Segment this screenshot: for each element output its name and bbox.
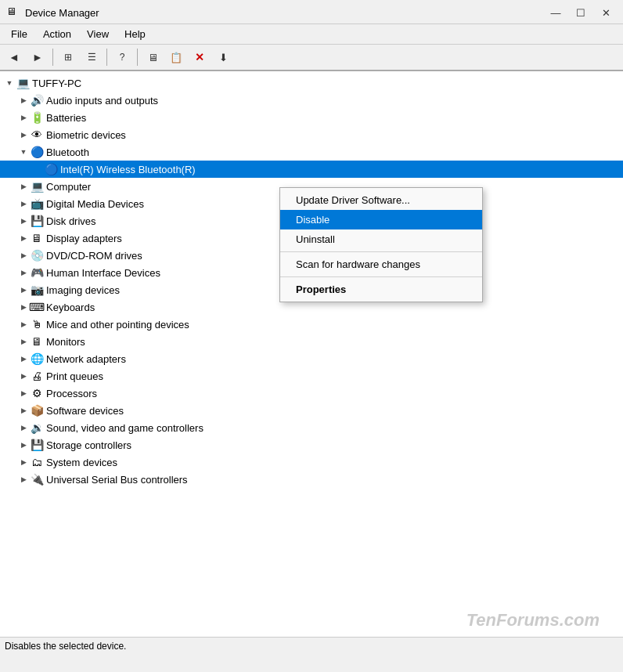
title-bar-controls: — ☐ ✕ bbox=[545, 5, 617, 20]
icon-audio: 🔊 bbox=[30, 93, 44, 107]
label-hid: Human Interface Devices bbox=[46, 267, 160, 279]
icon-system: 🗂 bbox=[30, 455, 44, 469]
label-computer: Computer bbox=[46, 181, 91, 193]
icon-dvd: 💿 bbox=[30, 248, 44, 262]
icon-mice: 🖱 bbox=[30, 317, 44, 331]
device-tree[interactable]: 💻 TUFFY-PC 🔊Audio inputs and outputs🔋Bat… bbox=[0, 71, 623, 654]
list-button[interactable]: ☰ bbox=[81, 47, 103, 67]
label-keyboards: Keyboards bbox=[46, 302, 95, 313]
arrow-mice bbox=[17, 318, 30, 331]
icon-batteries: 🔋 bbox=[30, 110, 44, 125]
tree-item-print[interactable]: 🖨Print queues bbox=[0, 367, 623, 385]
ctx-separator-sep1 bbox=[280, 251, 482, 252]
ctx-item-update[interactable]: Update Driver Software... bbox=[280, 190, 482, 210]
maximize-button[interactable]: ☐ bbox=[570, 5, 592, 20]
label-system: System devices bbox=[46, 457, 117, 468]
label-storage: Storage controllers bbox=[46, 439, 131, 451]
arrow-biometric bbox=[17, 128, 30, 141]
arrow-audio bbox=[17, 94, 30, 107]
menu-bar: File Action View Help bbox=[0, 24, 623, 45]
update-button[interactable]: ⬇ bbox=[212, 47, 234, 67]
label-disk-drives: Disk drives bbox=[46, 215, 96, 227]
icon-software: 📦 bbox=[30, 403, 44, 417]
arrow-network bbox=[17, 352, 30, 365]
label-sound: Sound, video and game controllers bbox=[46, 422, 203, 434]
label-batteries: Batteries bbox=[46, 112, 86, 124]
tree-item-audio[interactable]: 🔊Audio inputs and outputs bbox=[0, 92, 623, 109]
ctx-item-uninstall[interactable]: Uninstall bbox=[280, 229, 482, 249]
tree-item-sound[interactable]: 🔉Sound, video and game controllers bbox=[0, 419, 623, 436]
back-button[interactable]: ◄ bbox=[3, 47, 25, 67]
close-button[interactable]: ✕ bbox=[595, 5, 617, 20]
tree-item-usb[interactable]: 🔌Universal Serial Bus controllers bbox=[0, 471, 623, 488]
arrow-dvd bbox=[17, 249, 30, 262]
tree-item-software[interactable]: 📦Software devices bbox=[0, 402, 623, 419]
arrow-keyboards bbox=[17, 301, 30, 313]
arrow-print bbox=[17, 370, 30, 382]
title-bar-left: 🖥 Device Manager bbox=[6, 5, 99, 20]
label-print: Print queues bbox=[46, 370, 103, 382]
icon-digital-media: 📺 bbox=[30, 197, 44, 211]
label-intel-bluetooth: Intel(R) Wireless Bluetooth(R) bbox=[60, 164, 196, 175]
icon-processors: ⚙ bbox=[30, 386, 44, 400]
label-audio: Audio inputs and outputs bbox=[46, 95, 158, 107]
label-biometric: Biometric devices bbox=[46, 129, 126, 141]
icon-keyboards: ⌨ bbox=[30, 300, 44, 314]
tree-item-storage[interactable]: 💾Storage controllers bbox=[0, 436, 623, 453]
toolbar-separator-1 bbox=[52, 49, 53, 66]
window-title: Device Manager bbox=[25, 7, 99, 19]
menu-view[interactable]: View bbox=[79, 26, 117, 42]
arrow-digital-media bbox=[17, 197, 30, 210]
properties-button[interactable]: 🖥 bbox=[142, 47, 164, 67]
tree-root[interactable]: 💻 TUFFY-PC bbox=[0, 74, 623, 92]
icon-usb: 🔌 bbox=[30, 472, 44, 486]
forward-button[interactable]: ► bbox=[27, 47, 49, 67]
icon-disk-drives: 💾 bbox=[30, 214, 44, 228]
arrow-storage bbox=[17, 439, 30, 451]
arrow-computer bbox=[17, 180, 30, 193]
icon-display: 🖥 bbox=[30, 231, 44, 245]
tree-item-system[interactable]: 🗂System devices bbox=[0, 453, 623, 471]
toolbar-separator-2 bbox=[106, 49, 107, 66]
label-imaging: Imaging devices bbox=[46, 284, 120, 296]
label-digital-media: Digital Media Devices bbox=[46, 198, 144, 210]
arrow-monitors bbox=[17, 335, 30, 348]
arrow-disk-drives bbox=[17, 215, 30, 227]
icon-intel-bluetooth: 🔵 bbox=[44, 162, 58, 176]
arrow-processors bbox=[17, 387, 30, 399]
ctx-item-properties[interactable]: Properties bbox=[280, 280, 482, 299]
help-button[interactable]: ? bbox=[111, 47, 133, 67]
delete-button[interactable]: ✕ bbox=[189, 47, 211, 67]
ctx-separator-sep2 bbox=[280, 276, 482, 277]
root-label: TUFFY-PC bbox=[32, 78, 81, 89]
arrow-imaging bbox=[17, 284, 30, 296]
overview-button[interactable]: ⊞ bbox=[57, 47, 79, 67]
arrow-sound bbox=[17, 421, 30, 434]
tree-item-mice[interactable]: 🖱Mice and other pointing devices bbox=[0, 316, 623, 333]
icon-monitors: 🖥 bbox=[30, 334, 44, 349]
tree-item-biometric[interactable]: 👁Biometric devices bbox=[0, 126, 623, 143]
add-button[interactable]: 📋 bbox=[165, 47, 187, 67]
ctx-item-scan[interactable]: Scan for hardware changes bbox=[280, 255, 482, 274]
icon-biometric: 👁 bbox=[30, 128, 44, 142]
toolbar-separator-3 bbox=[137, 49, 138, 66]
tree-item-processors[interactable]: ⚙Processors bbox=[0, 385, 623, 402]
tree-item-batteries[interactable]: 🔋Batteries bbox=[0, 109, 623, 126]
menu-help[interactable]: Help bbox=[117, 26, 153, 42]
arrow-software bbox=[17, 404, 30, 417]
tree-item-bluetooth[interactable]: 🔵Bluetooth bbox=[0, 143, 623, 161]
tree-item-intel-bluetooth[interactable]: 🔵Intel(R) Wireless Bluetooth(R) bbox=[0, 161, 623, 178]
minimize-button[interactable]: — bbox=[545, 5, 567, 20]
status-bar: Disables the selected device. bbox=[0, 637, 623, 654]
app-icon: 🖥 bbox=[6, 5, 20, 20]
arrow-batteries bbox=[17, 111, 30, 124]
status-text: Disables the selected device. bbox=[5, 641, 126, 652]
menu-file[interactable]: File bbox=[3, 26, 35, 42]
root-icon: 💻 bbox=[16, 76, 30, 90]
ctx-item-disable[interactable]: Disable bbox=[280, 210, 482, 229]
tree-item-monitors[interactable]: 🖥Monitors bbox=[0, 333, 623, 350]
icon-computer: 💻 bbox=[30, 179, 44, 193]
menu-action[interactable]: Action bbox=[35, 26, 79, 42]
icon-storage: 💾 bbox=[30, 438, 44, 452]
tree-item-network[interactable]: 🌐Network adapters bbox=[0, 350, 623, 367]
